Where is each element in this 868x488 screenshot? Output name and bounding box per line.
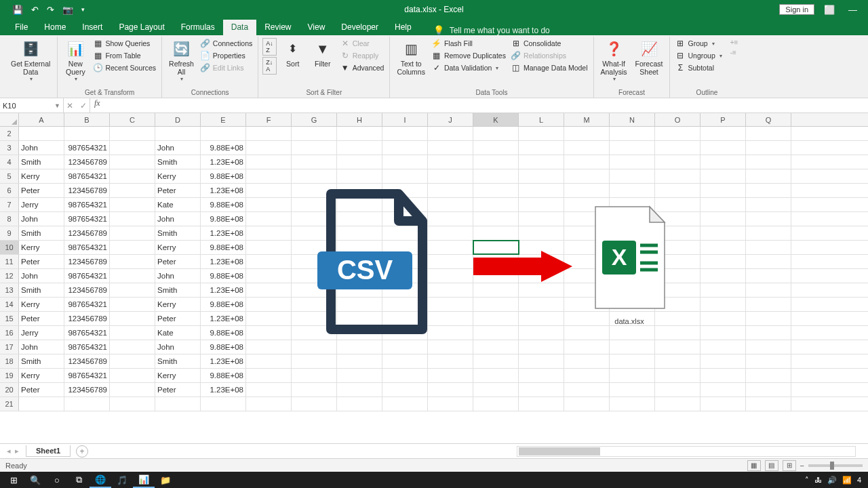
cell-E18[interactable]: 1.23E+08 bbox=[201, 354, 246, 368]
cell-A3[interactable]: John bbox=[19, 141, 64, 155]
cell-F10[interactable] bbox=[246, 241, 292, 254]
row-header-9[interactable]: 9 bbox=[0, 226, 19, 240]
data-validation-button[interactable]: ✓Data Validation bbox=[431, 62, 507, 73]
cell-A16[interactable]: Jerry bbox=[19, 326, 64, 340]
cell-H4[interactable] bbox=[337, 155, 382, 169]
cell-L2[interactable] bbox=[519, 127, 564, 140]
page-layout-view-button[interactable]: ▤ bbox=[765, 460, 778, 471]
cell-N17[interactable] bbox=[610, 340, 655, 354]
cell-G14[interactable] bbox=[292, 298, 337, 311]
cell-M9[interactable] bbox=[564, 226, 610, 240]
cell-B15[interactable]: 123456789 bbox=[64, 312, 110, 325]
cell-B8[interactable]: 987654321 bbox=[64, 212, 110, 226]
cell-O5[interactable] bbox=[655, 169, 701, 183]
cell-H16[interactable] bbox=[337, 326, 382, 340]
cell-B10[interactable]: 987654321 bbox=[64, 241, 110, 254]
cell-B17[interactable]: 987654321 bbox=[64, 340, 110, 354]
row-header-11[interactable]: 11 bbox=[0, 255, 19, 268]
cell-K3[interactable] bbox=[473, 141, 519, 155]
row-header-10[interactable]: 10 bbox=[0, 241, 19, 254]
cell-C20[interactable] bbox=[110, 383, 155, 396]
cell-K11[interactable] bbox=[473, 255, 519, 268]
cell-P16[interactable] bbox=[701, 326, 746, 340]
cell-G11[interactable] bbox=[292, 255, 337, 268]
cell-P9[interactable] bbox=[701, 226, 746, 240]
cell-K20[interactable] bbox=[473, 383, 519, 396]
from-table-button[interactable]: ▦From Table bbox=[92, 50, 157, 61]
refresh-all-button[interactable]: 🔄 Refresh All bbox=[166, 38, 197, 83]
cell-D15[interactable]: Peter bbox=[155, 312, 201, 325]
cell-G19[interactable] bbox=[292, 369, 337, 382]
cell-O16[interactable] bbox=[655, 326, 701, 340]
cell-P19[interactable] bbox=[701, 369, 746, 382]
tray-time[interactable]: 4 bbox=[857, 476, 861, 484]
winamp-icon[interactable]: 🎵 bbox=[111, 472, 133, 488]
cell-N5[interactable] bbox=[610, 169, 655, 183]
cell-N4[interactable] bbox=[610, 155, 655, 169]
cell-M5[interactable] bbox=[564, 169, 610, 183]
tray-volume-icon[interactable]: 🔊 bbox=[827, 476, 837, 485]
cell-A6[interactable]: Peter bbox=[19, 184, 64, 197]
cell-L20[interactable] bbox=[519, 383, 564, 396]
cell-A18[interactable]: Smith bbox=[19, 354, 64, 368]
row-header-5[interactable]: 5 bbox=[0, 169, 19, 183]
cell-B21[interactable] bbox=[64, 397, 110, 411]
connections-button[interactable]: 🔗Connections bbox=[199, 38, 254, 49]
cell-C17[interactable] bbox=[110, 340, 155, 354]
cell-A19[interactable]: Kerry bbox=[19, 369, 64, 382]
cell-O11[interactable] bbox=[655, 255, 701, 268]
cell-D18[interactable]: Smith bbox=[155, 354, 201, 368]
cell-I4[interactable] bbox=[382, 155, 428, 169]
cell-G5[interactable] bbox=[292, 169, 337, 183]
cell-G8[interactable] bbox=[292, 212, 337, 226]
cell-B12[interactable]: 987654321 bbox=[64, 269, 110, 283]
column-header-O[interactable]: O bbox=[655, 113, 701, 126]
cell-F6[interactable] bbox=[246, 184, 292, 197]
cell-I11[interactable] bbox=[382, 255, 428, 268]
cell-O17[interactable] bbox=[655, 340, 701, 354]
cell-F5[interactable] bbox=[246, 169, 292, 183]
row-header-8[interactable]: 8 bbox=[0, 212, 19, 226]
cell-E13[interactable]: 1.23E+08 bbox=[201, 283, 246, 297]
cell-M3[interactable] bbox=[564, 141, 610, 155]
cell-B9[interactable]: 123456789 bbox=[64, 226, 110, 240]
cell-B11[interactable]: 123456789 bbox=[64, 255, 110, 268]
namebox-dropdown-icon[interactable]: ▼ bbox=[54, 102, 60, 109]
cell-G10[interactable] bbox=[292, 241, 337, 254]
cell-I15[interactable] bbox=[382, 312, 428, 325]
cell-C13[interactable] bbox=[110, 283, 155, 297]
cell-K14[interactable] bbox=[473, 298, 519, 311]
cell-N11[interactable] bbox=[610, 255, 655, 268]
cell-O18[interactable] bbox=[655, 354, 701, 368]
cell-J9[interactable] bbox=[428, 226, 473, 240]
cell-L14[interactable] bbox=[519, 298, 564, 311]
cell-G20[interactable] bbox=[292, 383, 337, 396]
cell-N6[interactable] bbox=[610, 184, 655, 197]
cell-D13[interactable]: Smith bbox=[155, 283, 201, 297]
cell-E8[interactable]: 9.88E+08 bbox=[201, 212, 246, 226]
cell-D20[interactable]: Peter bbox=[155, 383, 201, 396]
cell-I6[interactable] bbox=[382, 184, 428, 197]
cell-D9[interactable]: Smith bbox=[155, 226, 201, 240]
column-header-F[interactable]: F bbox=[246, 113, 292, 126]
cell-L19[interactable] bbox=[519, 369, 564, 382]
cell-L8[interactable] bbox=[519, 212, 564, 226]
task-view-icon[interactable]: ⧉ bbox=[68, 472, 90, 488]
cell-I20[interactable] bbox=[382, 383, 428, 396]
cell-B2[interactable] bbox=[64, 127, 110, 140]
cell-K9[interactable] bbox=[473, 226, 519, 240]
cell-M14[interactable] bbox=[564, 298, 610, 311]
cell-F17[interactable] bbox=[246, 340, 292, 354]
cell-O6[interactable] bbox=[655, 184, 701, 197]
cell-L18[interactable] bbox=[519, 354, 564, 368]
cell-Q21[interactable] bbox=[746, 397, 791, 411]
cell-H3[interactable] bbox=[337, 141, 382, 155]
cell-Q8[interactable] bbox=[746, 212, 791, 226]
cell-N13[interactable] bbox=[610, 283, 655, 297]
cell-H10[interactable] bbox=[337, 241, 382, 254]
tab-view[interactable]: View bbox=[300, 20, 334, 35]
cell-N2[interactable] bbox=[610, 127, 655, 140]
save-icon[interactable]: 💾 bbox=[12, 5, 23, 15]
select-all-button[interactable] bbox=[0, 113, 19, 126]
cell-N20[interactable] bbox=[610, 383, 655, 396]
